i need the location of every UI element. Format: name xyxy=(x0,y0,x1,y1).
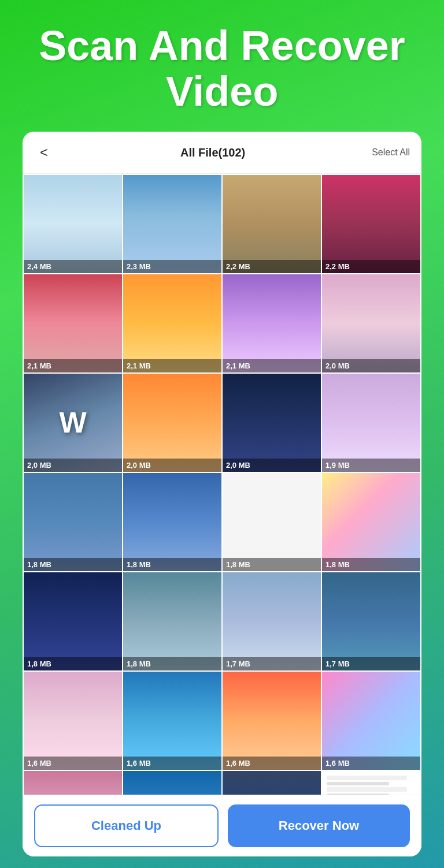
grid-item[interactable]: 1,9 MB xyxy=(322,374,420,472)
file-size-label: 1,6 MB xyxy=(123,757,221,770)
grid-item[interactable]: 2,1 MB xyxy=(24,274,122,372)
file-size-label: 2,1 MB xyxy=(223,359,321,372)
file-size-label: 1,7 MB xyxy=(322,657,420,670)
header-title: Scan And Recover Video xyxy=(0,0,444,132)
grid-item[interactable]: 1,7 MB xyxy=(322,572,420,670)
grid-item[interactable]: 1,6 MB xyxy=(322,672,420,770)
grid-item[interactable]: 2,1 MB xyxy=(123,274,221,372)
file-size-label: 1,8 MB xyxy=(123,657,221,670)
grid-item[interactable]: 1,8 MB xyxy=(123,473,221,571)
grid-container: 2,4 MB2,3 MB2,2 MB2,2 MB2,1 MB2,1 MB2,1 … xyxy=(23,174,421,795)
grid-item[interactable]: 1,8 MB xyxy=(223,473,321,571)
bottom-buttons: Cleaned Up Recover Now xyxy=(23,795,421,856)
file-size-label: 2,0 MB xyxy=(322,359,420,372)
file-size-label: 1,8 MB xyxy=(223,558,321,571)
grid-item[interactable]: 1,8 MB xyxy=(123,572,221,670)
grid-item[interactable]: 1,8 MB xyxy=(322,473,420,571)
file-size-label: 2,4 MB xyxy=(24,260,122,273)
file-size-label: 1,6 MB xyxy=(223,757,321,770)
recover-now-button[interactable]: Recover Now xyxy=(228,804,410,847)
back-button[interactable]: < xyxy=(34,142,54,163)
grid-item[interactable]: 1,8 MB xyxy=(24,473,122,571)
file-size-label: 2,1 MB xyxy=(24,359,122,372)
grid-item[interactable]: 2,2 MB xyxy=(322,175,420,273)
video-grid: 2,4 MB2,3 MB2,2 MB2,2 MB2,1 MB2,1 MB2,1 … xyxy=(24,175,420,795)
file-size-label: 2,3 MB xyxy=(123,260,221,273)
file-size-label: 1,6 MB xyxy=(322,757,420,770)
grid-item[interactable]: 2,0 MB xyxy=(322,274,420,372)
grid-item[interactable]: 2,4 MB xyxy=(24,175,122,273)
grid-item[interactable]: 1,6 MB xyxy=(24,672,122,770)
grid-item[interactable]: 1,8 MB xyxy=(24,572,122,670)
card-header: < All File(102) Select All xyxy=(23,132,421,174)
file-count-label: All File(102) xyxy=(180,146,245,159)
file-size-label: 2,0 MB xyxy=(223,459,321,472)
grid-item[interactable]: 1,6 MB xyxy=(123,672,221,770)
cleaned-up-button[interactable]: Cleaned Up xyxy=(34,804,219,847)
grid-item[interactable]: 2,0 MB xyxy=(223,374,321,472)
grid-item[interactable] xyxy=(322,771,420,795)
file-size-label: 1,9 MB xyxy=(322,459,420,472)
grid-item[interactable] xyxy=(24,771,122,795)
grid-item[interactable]: 2,1 MB xyxy=(223,274,321,372)
file-size-label: 1,6 MB xyxy=(24,757,122,770)
main-card: < All File(102) Select All 2,4 MB2,3 MB2… xyxy=(23,132,421,856)
file-size-label: 2,2 MB xyxy=(322,260,420,273)
file-size-label: 2,0 MB xyxy=(123,459,221,472)
grid-item[interactable]: 2,3 MB xyxy=(123,175,221,273)
file-size-label: 1,8 MB xyxy=(322,558,420,571)
file-size-label: 2,0 MB xyxy=(24,459,122,472)
grid-item[interactable] xyxy=(223,771,321,795)
file-size-label: 1,8 MB xyxy=(24,657,122,670)
file-size-label: 1,7 MB xyxy=(223,657,321,670)
grid-item[interactable]: W2,0 MB xyxy=(24,374,122,472)
file-size-label: 2,1 MB xyxy=(123,359,221,372)
grid-item[interactable]: 1,7 MB xyxy=(223,572,321,670)
grid-item[interactable]: 2,2 MB xyxy=(223,175,321,273)
grid-item[interactable]: 2,0 MB xyxy=(123,374,221,472)
select-all-button[interactable]: Select All xyxy=(372,147,410,158)
grid-item[interactable] xyxy=(123,771,221,795)
file-size-label: 1,8 MB xyxy=(24,558,122,571)
grid-item[interactable]: 1,6 MB xyxy=(223,672,321,770)
file-size-label: 1,8 MB xyxy=(123,558,221,571)
file-size-label: 2,2 MB xyxy=(223,260,321,273)
